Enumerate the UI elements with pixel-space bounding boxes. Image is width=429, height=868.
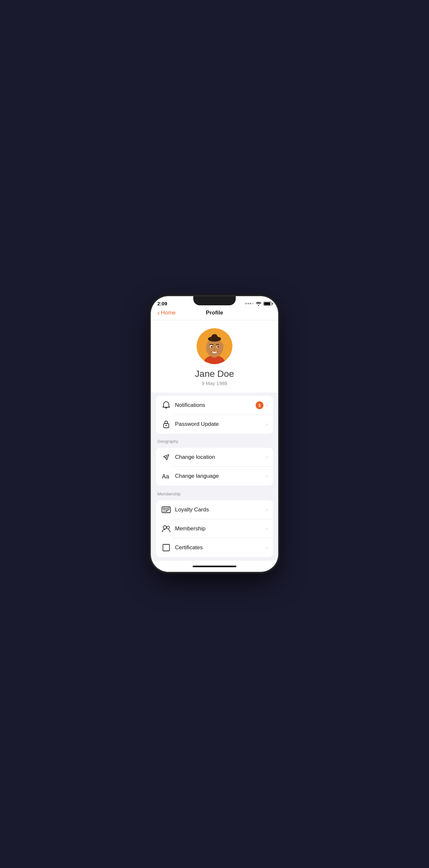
membership-item[interactable]: Membership › [156,519,273,538]
status-icons [245,302,272,306]
change-location-item[interactable]: Change location › [156,448,273,467]
chevron-right-icon: › [266,473,268,479]
chevron-right-icon: › [266,526,268,532]
membership-list-group: Loyalty Cards › Me [156,500,273,557]
svg-rect-19 [165,510,168,511]
battery-icon [264,302,272,306]
account-list-group: Notifications 3 › Passw [156,396,273,434]
user-name: Jane Doe [195,369,234,379]
page-title: Profile [206,310,223,316]
change-location-label: Change location [175,454,266,461]
membership-label: Membership [175,525,266,532]
svg-rect-15 [167,508,169,510]
chevron-right-icon: › [266,454,268,460]
logout-section: Log out [151,558,278,561]
back-label: Home [161,310,176,316]
section-spacer [151,434,278,436]
account-section: Notifications 3 › Passw [151,393,278,434]
svg-rect-17 [165,508,167,509]
notch [193,296,236,305]
nav-bar: ‹ Home Profile [151,306,278,320]
chevron-right-icon: › [266,402,268,408]
avatar[interactable] [196,328,233,364]
status-time: 2:09 [157,301,167,306]
membership-section-label: Membership [157,490,278,498]
location-icon [161,452,171,462]
chevron-right-icon: › [266,507,268,513]
lock-icon [161,419,171,429]
user-dob: 9 May 1988 [202,380,227,386]
profile-section: Jane Doe 9 May 1988 [151,320,278,393]
chevron-right-icon: › [266,545,268,551]
home-indicator [151,561,278,572]
geography-list-group: Change location › Aa Change language › [156,448,273,486]
back-chevron-icon: ‹ [157,310,160,316]
wifi-icon [256,302,262,306]
svg-rect-23 [163,545,170,551]
svg-rect-20 [165,512,167,512]
certificates-item[interactable]: Certificates › [156,538,273,557]
svg-rect-16 [163,511,165,512]
certificate-icon [161,543,171,553]
notifications-label: Notifications [175,402,256,408]
change-language-item[interactable]: Aa Change language › [156,467,273,486]
back-button[interactable]: ‹ Home [157,310,176,316]
loyalty-cards-item[interactable]: Loyalty Cards › [156,500,273,519]
svg-rect-14 [163,508,165,510]
card-icon [161,505,171,515]
notifications-item[interactable]: Notifications 3 › [156,396,273,415]
people-icon [161,524,171,534]
bell-icon [161,400,171,410]
language-icon: Aa [161,471,171,481]
phone-frame: 2:09 [151,296,278,572]
home-indicator-bar [193,566,236,567]
section-spacer-2 [151,486,278,489]
chevron-right-icon: › [266,421,268,427]
geography-section-label: Geography [157,437,278,446]
change-language-label: Change language [175,473,266,479]
svg-point-21 [163,526,166,529]
password-update-label: Password Update [175,421,266,428]
svg-text:Aa: Aa [162,473,170,480]
phone-screen: 2:09 [151,296,278,572]
signal-icon [245,303,254,304]
svg-point-8 [211,346,213,348]
content-scroll: Jane Doe 9 May 1988 Notifications [151,320,278,561]
svg-point-22 [167,526,170,529]
svg-point-11 [165,425,167,426]
certificates-label: Certificates [175,545,266,551]
loyalty-cards-label: Loyalty Cards [175,506,266,513]
password-update-item[interactable]: Password Update › [156,415,273,434]
svg-point-5 [211,334,218,341]
svg-rect-18 [165,509,167,510]
notification-badge: 3 [256,401,264,409]
avatar-image [196,328,233,364]
status-bar: 2:09 [151,296,278,306]
